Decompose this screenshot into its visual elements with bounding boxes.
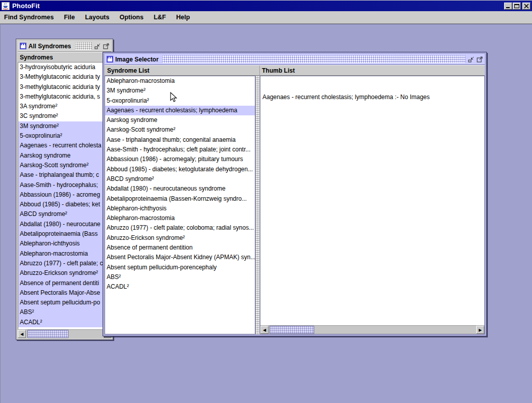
list-item[interactable]: Abruzzo-Erickson syndrome²: [105, 233, 255, 243]
split-pane-divider[interactable]: [255, 76, 260, 334]
titlebar-texture: [75, 42, 92, 50]
list-item[interactable]: Abruzzo (1977) - cleft palate; coloboma;…: [105, 223, 255, 233]
list-item[interactable]: 3A syndrome²: [18, 102, 111, 111]
list-item[interactable]: Aagenaes - recurrent cholesta: [18, 141, 111, 150]
list-item[interactable]: 3-methylglutaconic aciduria ty: [18, 82, 111, 92]
image-selector-titlebar[interactable]: Image Selector: [105, 54, 485, 65]
menu-item-l-f[interactable]: L&F: [149, 12, 171, 23]
list-item[interactable]: 5-oxoprolinuria²: [105, 96, 255, 106]
all-syndromes-window: All Syndromes Syndromes 3-hydroxyisobuty…: [16, 39, 113, 340]
list-item[interactable]: 3-Methylglutaconic aciduria ty: [18, 72, 111, 82]
list-item[interactable]: Aarskog syndrome: [18, 151, 111, 161]
list-item[interactable]: ABS²: [18, 307, 111, 317]
list-item[interactable]: Aagenaes - recurrent cholestasis; lympho…: [105, 106, 255, 115]
list-item[interactable]: Aase - triphalangeal thumb; congenital a…: [105, 135, 255, 145]
iconify-frame-button[interactable]: [93, 42, 102, 50]
image-selector-window: Image Selector Syndrome List Thumb List …: [103, 52, 487, 336]
java-coffee-cup-icon: [2, 2, 10, 10]
menu-bar: Find SyndromesFileLayoutsOptionsL&FHelp: [0, 11, 532, 24]
list-item[interactable]: Abruzzo-Erickson syndrome²: [18, 268, 111, 278]
window-titlebar[interactable]: PhotoFit: [0, 0, 532, 11]
minimize-button[interactable]: [504, 3, 512, 10]
list-item[interactable]: Ablepharon-macrostomia: [105, 76, 255, 86]
list-item[interactable]: ACADL²: [18, 318, 111, 327]
maximize-frame-button[interactable]: [102, 42, 110, 50]
list-item[interactable]: 3-hydroxyisobutyric aciduria: [18, 63, 111, 72]
list-item[interactable]: Ablepharon-ichthyosis: [18, 239, 111, 249]
list-item[interactable]: Abboud (1985) - diabetes; ketoglutarate …: [105, 165, 255, 174]
minimize-icon: [505, 4, 511, 9]
menu-item-file[interactable]: File: [59, 12, 80, 23]
close-icon: [523, 4, 529, 9]
app-title: PhotoFit: [12, 2, 40, 10]
menu-item-help[interactable]: Help: [171, 12, 195, 23]
list-item[interactable]: Absent septum pellucidum-po: [18, 298, 111, 307]
iconify-icon: [468, 56, 475, 63]
list-item[interactable]: Abbassioun (1986) - acromeg: [18, 190, 111, 200]
menu-item-options[interactable]: Options: [114, 12, 148, 23]
split-pane: Ablepharon-macrostomia3M syndrome²5-oxop…: [105, 76, 485, 334]
list-item[interactable]: Aarskog-Scott syndrome²: [105, 125, 255, 135]
menu-item-layouts[interactable]: Layouts: [80, 12, 114, 23]
list-item[interactable]: Abruzzo (1977) - cleft palate; c: [18, 259, 111, 268]
list-item[interactable]: 5-oxoprolinuria²: [18, 131, 111, 141]
close-button[interactable]: [522, 3, 530, 10]
list-item[interactable]: Abbassioun (1986) - acromegaly; pituitar…: [105, 154, 255, 164]
iconify-frame-button[interactable]: [467, 55, 475, 63]
list-item[interactable]: ACADL²: [105, 282, 255, 292]
thumb-list-message: Aagenaes - recurrent cholestasis; lympho…: [260, 76, 484, 325]
internal-frame-icon: [107, 56, 113, 63]
image-selector-title: Image Selector: [115, 56, 161, 63]
list-item[interactable]: Ablepharon-macrostomia: [105, 213, 255, 223]
list-item[interactable]: Aase - triphalangeal thumb; c: [18, 170, 111, 180]
list-item[interactable]: ABCD syndrome²: [105, 174, 255, 184]
list-item[interactable]: Aarskog-Scott syndrome²: [18, 161, 111, 170]
maximize-icon: [514, 4, 520, 9]
image-selector-headers: Syndrome List Thumb List: [105, 65, 485, 76]
all-syndromes-titlebar[interactable]: All Syndromes: [18, 41, 111, 52]
syndrome-list-header: Syndrome List: [105, 66, 260, 75]
syndromes-column-header: Syndromes: [18, 52, 111, 63]
list-item[interactable]: Aase-Smith - hydrocephalus;: [18, 180, 111, 190]
list-item[interactable]: 3M syndrome²: [18, 121, 111, 131]
list-item[interactable]: Abetalipoproteinaemia (Bass: [18, 229, 111, 239]
list-item[interactable]: Aarskog syndrome: [105, 115, 255, 125]
list-item[interactable]: Ablepharon-macrostomia: [18, 249, 111, 259]
list-item[interactable]: 3-methylglutaconic aciduria, s: [18, 92, 111, 102]
scrollbar-thumb[interactable]: [270, 326, 314, 334]
list-item[interactable]: Ablepharon-ichthyosis: [105, 204, 255, 213]
list-item[interactable]: Absence of permanent dentiti: [18, 278, 111, 288]
menu-item-find-syndromes[interactable]: Find Syndromes: [0, 12, 59, 23]
scroll-left-button[interactable]: ◀: [260, 326, 269, 334]
scroll-left-button[interactable]: ◀: [18, 330, 26, 338]
syndrome-list-panel: Ablepharon-macrostomia3M syndrome²5-oxop…: [105, 76, 255, 334]
scroll-right-button[interactable]: ▶: [476, 326, 484, 334]
maximize-button[interactable]: [513, 3, 521, 10]
internal-frame-icon: [20, 43, 26, 49]
maximize-frame-button[interactable]: [475, 55, 484, 63]
thumb-list-panel: Aagenaes - recurrent cholestasis; lympho…: [260, 76, 485, 334]
iconify-icon: [94, 43, 101, 50]
scrollbar-track[interactable]: [26, 330, 103, 338]
titlebar-texture: [162, 55, 466, 63]
list-item[interactable]: ABCD syndrome²: [18, 209, 111, 219]
list-item[interactable]: Abdallat (1980) - neurocutaneous syndrom…: [105, 184, 255, 194]
list-item[interactable]: Absent Pectoralis Major-Absent Kidney (A…: [105, 253, 255, 262]
list-item[interactable]: Abboud (1985) - diabetes; ket: [18, 200, 111, 209]
list-item[interactable]: Absent Pectoralis Major-Abse: [18, 288, 111, 298]
scrollbar-thumb[interactable]: [27, 330, 69, 338]
list-item[interactable]: Absent septum pellucidum-porencephaly: [105, 263, 255, 272]
list-item[interactable]: Absence of permanent dentition: [105, 243, 255, 253]
window-controls: [504, 3, 530, 10]
list-item[interactable]: Aase-Smith - hydrocephalus; cleft palate…: [105, 145, 255, 154]
list-item[interactable]: 3M syndrome²: [105, 86, 255, 96]
all-syndromes-title: All Syndromes: [28, 43, 74, 50]
application-window: PhotoFit Find SyndromesFileLayoutsOption…: [0, 0, 532, 403]
syndrome-list: Ablepharon-macrostomia3M syndrome²5-oxop…: [105, 76, 255, 334]
list-item[interactable]: 3C syndrome²: [18, 111, 111, 121]
list-item[interactable]: Abdallat (1980) - neurocutane: [18, 220, 111, 229]
scrollbar-track[interactable]: [269, 326, 476, 334]
list-item[interactable]: ABS²: [105, 272, 255, 282]
list-item[interactable]: Abetalipoproteinaemia (Bassen-Kornzweig …: [105, 194, 255, 204]
all-syndromes-list: 3-hydroxyisobutyric aciduria3-Methylglut…: [18, 63, 111, 329]
